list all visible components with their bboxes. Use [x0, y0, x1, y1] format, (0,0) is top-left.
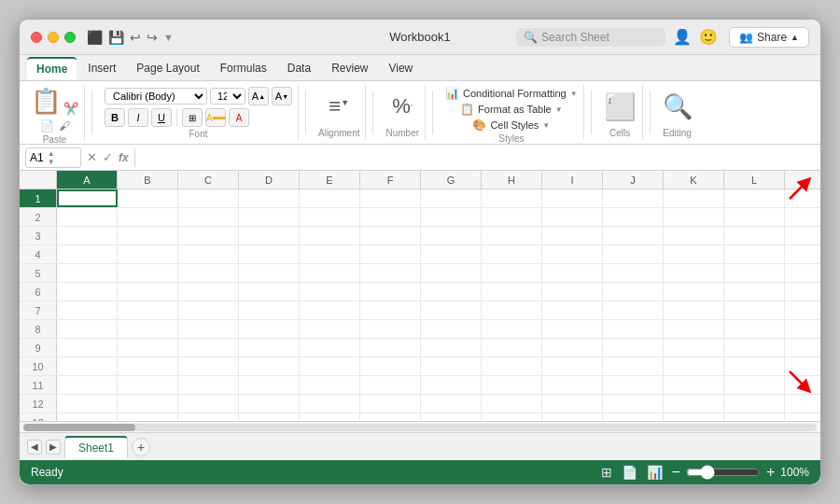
cell-K11[interactable] — [664, 376, 724, 394]
editing-icon[interactable]: 🔍 — [663, 92, 693, 121]
cell-D9[interactable] — [239, 339, 300, 357]
cell-K6[interactable] — [664, 283, 724, 301]
cell-B9[interactable] — [118, 339, 178, 357]
cell-J6[interactable] — [603, 283, 664, 301]
row-number-9[interactable]: 9 — [20, 339, 57, 357]
next-sheet-button[interactable]: ▶ — [46, 440, 61, 455]
tab-insert[interactable]: Insert — [78, 58, 125, 78]
cell-E5[interactable] — [300, 264, 360, 282]
formula-input[interactable] — [141, 151, 815, 164]
cell-A2[interactable] — [57, 208, 118, 226]
cell-D11[interactable] — [239, 376, 300, 394]
cell-D6[interactable] — [239, 283, 300, 301]
cell-C4[interactable] — [178, 245, 239, 263]
cell-B10[interactable] — [118, 357, 178, 375]
cell-L5[interactable] — [724, 264, 785, 282]
cell-E12[interactable] — [300, 395, 360, 413]
cell-I6[interactable] — [542, 283, 603, 301]
cell-B2[interactable] — [118, 208, 178, 226]
tab-formulas[interactable]: Formulas — [211, 58, 276, 78]
cell-A5[interactable] — [57, 264, 118, 282]
close-button[interactable] — [31, 32, 42, 43]
cell-C11[interactable] — [178, 376, 239, 394]
col-header-f[interactable]: F — [360, 171, 421, 189]
cell-J1[interactable] — [603, 189, 664, 207]
cell-L8[interactable] — [724, 320, 785, 338]
tab-review[interactable]: Review — [322, 58, 377, 78]
cell-J12[interactable] — [603, 395, 664, 413]
row-number-5[interactable]: 5 — [20, 264, 57, 282]
format-painter-icon[interactable]: 🖌 — [59, 119, 70, 133]
cell-B11[interactable] — [118, 376, 178, 394]
cell-L10[interactable] — [724, 357, 785, 375]
cell-H5[interactable] — [482, 264, 542, 282]
font-color-button[interactable]: A — [229, 108, 249, 127]
cell-C7[interactable] — [178, 301, 239, 319]
minimize-button[interactable] — [48, 32, 59, 43]
cell-I9[interactable] — [542, 339, 603, 357]
cell-H2[interactable] — [482, 208, 542, 226]
col-header-j[interactable]: J — [603, 171, 664, 189]
cell-B5[interactable] — [118, 264, 178, 282]
cell-D7[interactable] — [239, 301, 300, 319]
cell-L2[interactable] — [724, 208, 785, 226]
cell-E13[interactable] — [300, 413, 360, 421]
cell-G10[interactable] — [421, 357, 482, 375]
cell-B13[interactable] — [118, 413, 178, 421]
cell-D13[interactable] — [239, 413, 300, 421]
cell-L1[interactable] — [724, 189, 785, 207]
cell-I3[interactable] — [542, 227, 603, 245]
cell-A11[interactable] — [57, 376, 118, 394]
cell-D10[interactable] — [239, 357, 300, 375]
col-header-k[interactable]: K — [664, 171, 724, 189]
cell-A1[interactable] — [57, 189, 118, 207]
row-number-4[interactable]: 4 — [20, 245, 57, 263]
cell-F10[interactable] — [360, 357, 421, 375]
cell-E11[interactable] — [300, 376, 360, 394]
cell-G13[interactable] — [421, 413, 482, 421]
cell-C10[interactable] — [178, 357, 239, 375]
cell-G4[interactable] — [421, 245, 482, 263]
row-number-2[interactable]: 2 — [20, 208, 57, 226]
page-layout-view-icon[interactable]: 📄 — [622, 465, 637, 480]
cell-J7[interactable] — [603, 301, 664, 319]
fill-color-button[interactable]: A — [205, 108, 226, 127]
cell-K13[interactable] — [664, 413, 724, 421]
cell-H3[interactable] — [482, 227, 542, 245]
cell-C8[interactable] — [178, 320, 239, 338]
cell-G1[interactable] — [421, 189, 482, 207]
cell-J13[interactable] — [603, 413, 664, 421]
cell-L4[interactable] — [724, 245, 785, 263]
maximize-button[interactable] — [64, 32, 76, 43]
confirm-formula-icon[interactable]: ✓ — [103, 150, 113, 164]
cell-E2[interactable] — [300, 208, 360, 226]
cell-G8[interactable] — [421, 320, 482, 338]
cell-A13[interactable] — [57, 413, 118, 421]
save-icon[interactable]: 💾 — [108, 30, 124, 45]
cell-F8[interactable] — [360, 320, 421, 338]
insert-function-icon[interactable]: fx — [119, 151, 129, 164]
cell-E6[interactable] — [300, 283, 360, 301]
cell-C5[interactable] — [178, 264, 239, 282]
row-number-8[interactable]: 8 — [20, 320, 57, 338]
cell-K9[interactable] — [664, 339, 724, 357]
row-number-13[interactable]: 13 — [20, 413, 57, 421]
col-header-i[interactable]: I — [542, 171, 603, 189]
cell-K3[interactable] — [664, 227, 724, 245]
cell-F5[interactable] — [360, 264, 421, 282]
cell-H9[interactable] — [482, 339, 542, 357]
cell-D8[interactable] — [239, 320, 300, 338]
cell-B7[interactable] — [118, 301, 178, 319]
cell-C2[interactable] — [178, 208, 239, 226]
cell-A4[interactable] — [57, 245, 118, 263]
cell-A6[interactable] — [57, 283, 118, 301]
number-icon[interactable]: %, — [392, 94, 413, 119]
cell-G5[interactable] — [421, 264, 482, 282]
cell-E8[interactable] — [300, 320, 360, 338]
horizontal-scrollbar[interactable] — [20, 421, 820, 432]
cell-D3[interactable] — [239, 227, 300, 245]
cell-I5[interactable] — [542, 264, 603, 282]
share-button[interactable]: 👥 Share ▲ — [729, 27, 809, 48]
sheet-tab-sheet1[interactable]: Sheet1 — [64, 436, 128, 458]
cell-J11[interactable] — [603, 376, 664, 394]
